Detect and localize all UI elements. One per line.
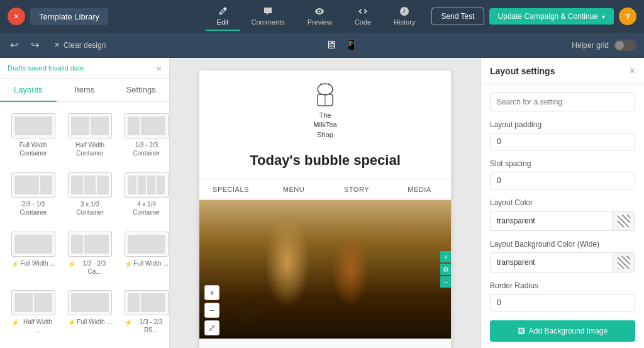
fit-screen-button[interactable]: ⤢ — [204, 320, 219, 335]
mobile-view-button[interactable]: 📱 — [344, 38, 358, 52]
tab-comments[interactable]: Comments — [240, 3, 296, 31]
nav-story: STORY — [325, 179, 388, 199]
canvas-area: The MilkTea Shop Today's bubble special … — [170, 58, 480, 348]
collapse-panel-button[interactable]: « — [157, 63, 162, 73]
template-library-button[interactable]: Template Library — [30, 8, 108, 25]
top-nav: × Template Library Edit Comments Preview… — [0, 0, 644, 33]
layout-3x1-3-container[interactable]: 3 x 1/3Container — [64, 169, 116, 223]
nav-specials: SPECIALS — [199, 179, 262, 199]
layout-grid: Full WidthContainer Half WidthContainer … — [0, 102, 169, 348]
nav-menu: MENU — [262, 179, 325, 199]
undo-button[interactable]: ↩ — [8, 36, 21, 53]
bubble-tea-image — [199, 200, 451, 339]
layout-color-input[interactable] — [491, 213, 612, 229]
layout-bg-color-swatch[interactable] — [612, 253, 635, 272]
layout-bg-color-group: Layout Background Color (Wide) — [490, 240, 635, 272]
layout-2-3-1-3-container[interactable]: 2/3 - 1/3Container — [8, 169, 59, 223]
tab-preview[interactable]: Preview — [296, 3, 343, 31]
layout-full-width-2[interactable]: ⚡ Full Width ... — [8, 228, 59, 282]
right-panel-title: Layout settings — [490, 66, 555, 76]
layout-1-3-2-3-rs[interactable]: ⚡ 1/3 - 2/3 RS... — [121, 286, 169, 340]
right-panel: Layout settings × Layout padding Slot sp… — [480, 58, 644, 348]
border-radius-input[interactable] — [490, 294, 635, 312]
send-test-button[interactable]: Send Test — [431, 8, 484, 25]
settings-body: Layout padding Slot spacing Layout Color… — [481, 85, 644, 348]
layout-color-group: Layout Color — [490, 198, 635, 231]
tab-history[interactable]: History — [382, 3, 426, 31]
layout-1-3-2-3-ca[interactable]: ⚡ 1/3 - 2/3 Ca... — [64, 228, 116, 282]
layout-padding-group: Layout padding — [490, 120, 635, 150]
layout-1-3-2-3-container[interactable]: 1/3 - 2/3Container — [121, 109, 169, 164]
lightning-icon: ⚡ — [11, 318, 19, 327]
email-canvas: The MilkTea Shop Today's bubble special … — [199, 70, 451, 348]
help-button[interactable]: ? — [619, 8, 636, 25]
lightning-icon: ⚡ — [125, 260, 132, 268]
email-image-section: + ⚙ − — [199, 200, 451, 339]
update-campaign-button[interactable]: Update Campaign & Continue ▾ — [489, 8, 614, 25]
desktop-view-button[interactable]: 🖥 — [325, 38, 336, 52]
layout-color-swatch[interactable] — [612, 211, 635, 230]
add-background-image-button[interactable]: 🖼 Add Background Image — [490, 320, 635, 342]
slot-spacing-input[interactable] — [490, 172, 635, 189]
left-panel: Drafts saved Invalid date « Layouts Item… — [0, 58, 170, 348]
nav-media: MEDIA — [388, 179, 451, 199]
zoom-in-button[interactable]: + — [204, 285, 219, 300]
tab-settings[interactable]: Settings — [113, 79, 169, 102]
helper-grid-toggle: Helper grid — [572, 40, 636, 51]
left-panel-tabs: Layouts Items Settings — [0, 79, 169, 102]
nav-tabs: Edit Comments Preview Code History — [206, 3, 427, 31]
layout-padding-input[interactable] — [490, 133, 635, 150]
slot-spacing-group: Slot spacing — [490, 159, 635, 189]
image-collapse-button[interactable]: − — [440, 276, 451, 288]
border-radius-group: Border Radius — [490, 281, 635, 312]
zoom-out-button[interactable]: − — [204, 303, 219, 318]
layout-bg-color-label: Layout Background Color (Wide) — [490, 240, 635, 249]
layout-padding-label: Layout padding — [490, 120, 635, 129]
email-nav: SPECIALS MENU STORY MEDIA — [199, 179, 451, 200]
second-toolbar: ↩ ↪ Clear design 🖥 📱 Helper grid — [0, 33, 644, 58]
slot-spacing-label: Slot spacing — [490, 159, 635, 168]
layout-color-label: Layout Color — [490, 198, 635, 207]
tab-items[interactable]: Items — [57, 79, 113, 102]
svg-point-0 — [318, 84, 333, 95]
layout-half-width-container[interactable]: Half WidthContainer — [64, 109, 116, 164]
lightning-icon: ⚡ — [125, 318, 132, 327]
image-settings-button[interactable]: ⚙ — [440, 264, 451, 275]
helper-grid-switch[interactable] — [614, 40, 636, 51]
lightning-icon: ⚡ — [68, 318, 75, 327]
close-button[interactable]: × — [8, 8, 25, 25]
email-title: Today's bubble special — [199, 152, 451, 179]
layout-full-width-4[interactable]: ⚡ Full Width ... — [64, 286, 116, 340]
drafts-status: Drafts saved Invalid date — [8, 64, 84, 72]
lightning-icon: ⚡ — [11, 260, 19, 268]
image-expand-button[interactable]: + — [440, 251, 451, 262]
nav-right-actions: Send Test Update Campaign & Continue ▾ ? — [431, 8, 636, 25]
left-panel-header: Drafts saved Invalid date « — [0, 58, 169, 79]
redo-button[interactable]: ↪ — [28, 36, 42, 53]
border-radius-label: Border Radius — [490, 281, 635, 290]
email-logo-area: The MilkTea Shop — [199, 70, 451, 152]
layout-full-width-3[interactable]: ⚡ Full Width ... — [121, 228, 169, 282]
tab-code[interactable]: Code — [343, 3, 382, 31]
layout-half-width-2[interactable]: ⚡ Half Width ... — [8, 286, 59, 340]
logo-svg — [309, 83, 341, 111]
settings-search-input[interactable] — [490, 93, 635, 111]
image-controls: + ⚙ − — [440, 251, 451, 288]
layout-bg-color-input[interactable] — [491, 254, 612, 271]
canvas-bottom-controls: + − ⤢ — [204, 285, 219, 335]
layout-full-width-container[interactable]: Full WidthContainer — [8, 109, 59, 164]
chevron-down-icon: ▾ — [602, 13, 605, 20]
tab-edit[interactable]: Edit — [206, 3, 240, 31]
right-panel-header: Layout settings × — [481, 58, 644, 85]
layout-4x1-4-container[interactable]: 4 x 1/4Container — [121, 169, 169, 223]
email-footer-text: Choose anything you like add to your bub… — [199, 339, 451, 348]
clear-design-button[interactable]: Clear design — [49, 38, 111, 52]
main-layout: Drafts saved Invalid date « Layouts Item… — [0, 58, 644, 348]
right-panel-close-button[interactable]: × — [630, 65, 635, 77]
tab-layouts[interactable]: Layouts — [0, 79, 57, 102]
lightning-icon: ⚡ — [68, 260, 75, 268]
device-switcher: 🖥 📱 — [118, 38, 564, 52]
